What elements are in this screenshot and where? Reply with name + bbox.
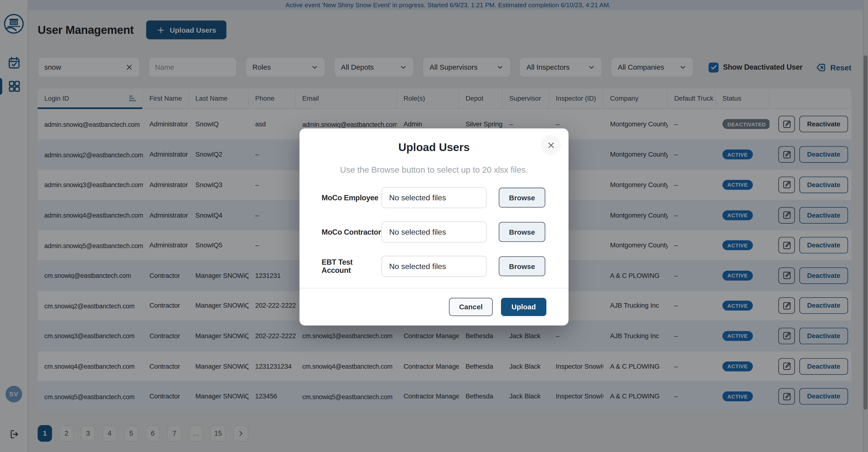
browse-button[interactable]: Browse [499, 256, 546, 276]
modal-title: Upload Users [300, 128, 568, 154]
close-icon [546, 140, 556, 150]
upload-users-modal: Upload Users Use the Browse button to se… [300, 128, 568, 326]
modal-close-button[interactable] [541, 135, 561, 155]
selected-files-box[interactable]: No selected files [381, 256, 487, 277]
selected-files-box[interactable]: No selected files [381, 187, 487, 208]
browse-button[interactable]: Browse [499, 222, 546, 242]
file-upload-row: EBT Test Account No selected files Brows… [300, 256, 568, 277]
modal-instruction: Use the Browse button to select up to 20… [300, 165, 568, 174]
app-root: SV Active event 'New Shiny Snow Event' i… [0, 0, 868, 452]
cancel-button[interactable]: Cancel [449, 298, 493, 316]
file-upload-rows: MoCo Employee No selected files Browse M… [300, 187, 568, 277]
file-row-label: EBT Test Account [321, 258, 381, 274]
modal-footer: Cancel Upload [300, 288, 568, 326]
browse-button[interactable]: Browse [499, 187, 546, 208]
selected-files-box[interactable]: No selected files [381, 221, 487, 243]
file-row-label: MoCo Contractor [321, 228, 381, 236]
upload-button[interactable]: Upload [501, 298, 547, 316]
file-row-label: MoCo Employee [321, 193, 381, 202]
file-upload-row: MoCo Employee No selected files Browse [300, 187, 568, 208]
file-upload-row: MoCo Contractor No selected files Browse [300, 221, 568, 243]
